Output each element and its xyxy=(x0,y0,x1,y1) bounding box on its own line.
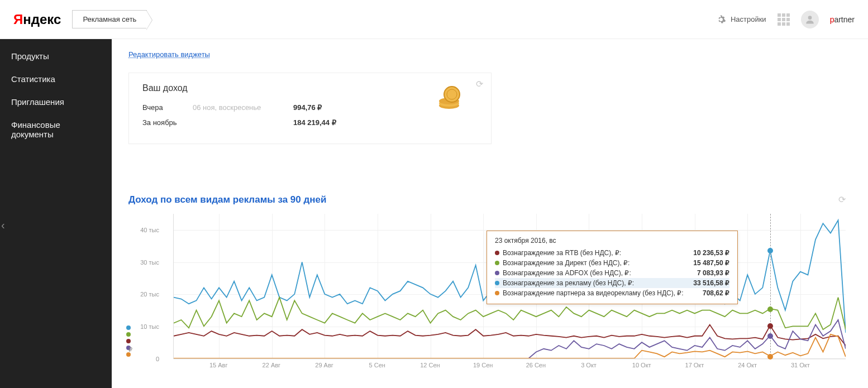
income-title: Ваш доход xyxy=(142,83,478,93)
coins-icon xyxy=(435,84,463,112)
income-widget: ⟳ Ваш доход Вчера 06 ноя, воскресенье 99… xyxy=(128,73,492,144)
income-label: Вчера xyxy=(142,103,193,112)
plot-area[interactable]: 23 октября 2016, всВознаграждение за RTB… xyxy=(173,214,846,359)
sidebar: Продукты Статистика Приглашения Финансов… xyxy=(0,39,112,388)
svg-point-0 xyxy=(808,16,812,20)
svg-point-4 xyxy=(444,87,460,102)
income-row: Вчера 06 ноя, воскресенье 994,76 ₽ xyxy=(142,103,478,112)
hover-dot xyxy=(767,333,773,339)
hover-dot xyxy=(767,248,773,253)
hover-dot xyxy=(767,323,773,329)
gear-icon xyxy=(716,15,726,25)
avatar[interactable] xyxy=(801,11,819,28)
product-tab[interactable]: Рекламная сеть xyxy=(72,10,147,28)
sidebar-item-finance[interactable]: Финансовые документы xyxy=(0,113,112,146)
sidebar-item-invites[interactable]: Приглашения xyxy=(0,90,112,113)
legend-dot xyxy=(126,339,131,343)
x-axis: 15 Авг22 Авг29 Авг5 Сен12 Сен19 Сен26 Се… xyxy=(173,362,846,373)
tooltip-row: Вознаграждение за ADFOX (без НДС), ₽:7 0… xyxy=(495,268,729,278)
x-tick: 15 Авг xyxy=(209,362,227,368)
sidebar-item-products[interactable]: Продукты xyxy=(0,45,112,68)
income-value: 994,76 ₽ xyxy=(293,103,322,112)
refresh-icon[interactable]: ⟳ xyxy=(838,194,846,205)
y-axis: 010 тыс20 тыс30 тыс40 тыс xyxy=(128,214,168,359)
income-row: За ноябрь 184 219,44 ₽ xyxy=(142,118,478,127)
product-label: Рекламная сеть xyxy=(83,15,136,23)
sidebar-collapse[interactable]: ‹ xyxy=(1,219,5,232)
chart-widget: ⟳ Доход по всем видам рекламы за 90 дней… xyxy=(128,194,851,387)
y-tick: 10 тыс xyxy=(128,323,159,330)
logo-rest: ндекс xyxy=(23,12,61,27)
x-tick: 17 Окт xyxy=(685,362,704,368)
x-tick: 24 Окт xyxy=(738,362,757,368)
x-tick: 5 Сен xyxy=(369,362,385,368)
chart-area: 010 тыс20 тыс30 тыс40 тыс ₽ 23 октября 2… xyxy=(128,214,851,387)
tooltip-row: Вознаграждение за Директ (без НДС), ₽:15… xyxy=(495,258,729,268)
chart-title: Доход по всем видам рекламы за 90 дней xyxy=(128,194,851,205)
income-label: За ноябрь xyxy=(142,118,193,127)
header: Яндекс Рекламная сеть Настройки partner xyxy=(0,0,868,39)
y-tick: 0 xyxy=(128,356,159,362)
apps-icon[interactable] xyxy=(778,13,790,26)
username[interactable]: partner xyxy=(830,15,855,24)
header-right: Настройки partner xyxy=(716,11,855,28)
x-tick: 26 Сен xyxy=(526,362,546,368)
tooltip-date: 23 октября 2016, вс xyxy=(495,237,729,245)
income-sub xyxy=(193,118,293,127)
x-tick: 22 Авг xyxy=(263,362,280,368)
y-tick: 40 тыс xyxy=(128,227,159,233)
refresh-icon[interactable]: ⟳ xyxy=(476,79,483,89)
x-tick: 10 Окт xyxy=(632,362,651,368)
x-tick: 3 Окт xyxy=(581,362,597,368)
legend-dot xyxy=(126,332,131,337)
x-tick: 12 Сен xyxy=(420,362,440,368)
main: Редактировать виджеты ⟳ Ваш доход Вчера … xyxy=(112,39,868,388)
settings-label: Настройки xyxy=(731,15,766,23)
y-unit: ₽ xyxy=(128,346,132,353)
x-tick: 31 Окт xyxy=(791,362,810,368)
x-tick: 29 Авг xyxy=(315,362,333,368)
settings-link[interactable]: Настройки xyxy=(716,15,766,25)
tooltip-row: Вознаграждение за рекламу (без НДС), ₽:3… xyxy=(495,278,729,288)
income-value: 184 219,44 ₽ xyxy=(293,118,336,127)
income-sub: 06 ноя, воскресенье xyxy=(193,103,293,112)
hover-dot xyxy=(767,354,773,360)
tooltip-row: Вознаграждение за RTB (без НДС), ₽:10 23… xyxy=(495,248,729,258)
edit-widgets-link[interactable]: Редактировать виджеты xyxy=(128,50,210,59)
tooltip-row: Вознаграждение партнера за видеорекламу … xyxy=(495,288,729,298)
y-tick: 20 тыс xyxy=(128,291,159,298)
chart-tooltip: 23 октября 2016, всВознаграждение за RTB… xyxy=(487,231,738,304)
x-tick: 19 Сен xyxy=(473,362,493,368)
sidebar-item-stats[interactable]: Статистика xyxy=(0,68,112,90)
hover-dot xyxy=(767,306,773,312)
legend-dot xyxy=(126,325,131,330)
user-icon xyxy=(804,14,815,25)
y-tick: 30 тыс xyxy=(128,259,159,266)
logo-y: Я xyxy=(13,12,23,27)
yandex-logo[interactable]: Яндекс xyxy=(13,12,61,27)
